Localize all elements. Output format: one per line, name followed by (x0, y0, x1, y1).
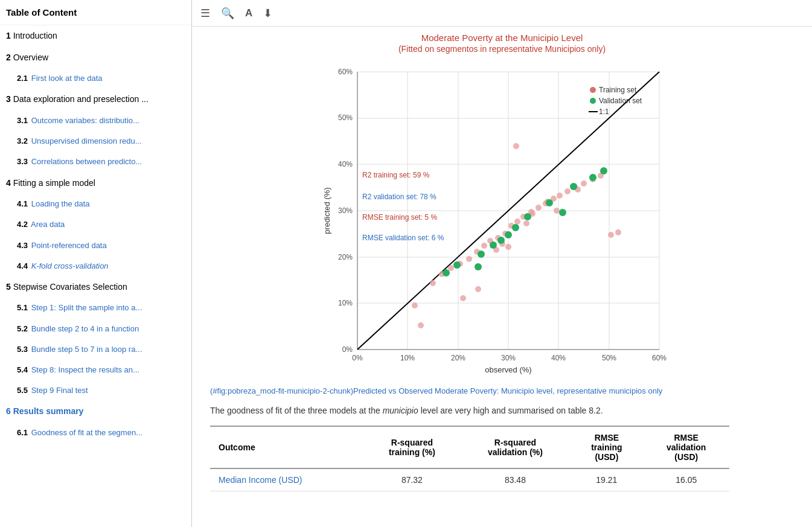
svg-point-72 (554, 208, 560, 214)
col-header-r2-training: R-squaredtraining (%) (363, 426, 460, 468)
svg-point-47 (466, 256, 472, 262)
chart-container: Moderate Poverty at the Municipio Level … (309, 33, 695, 382)
toc-item-3.2[interactable]: 3.2 Unsupervised dimension redu... (0, 131, 191, 152)
svg-point-88 (524, 213, 531, 220)
svg-text:60%: 60% (651, 354, 666, 362)
svg-point-68 (505, 244, 511, 250)
menu-icon[interactable]: ☰ (200, 7, 210, 20)
toc-item-4.3[interactable]: 4.3 Point-referenced data (0, 235, 191, 256)
svg-point-37 (590, 87, 596, 93)
svg-text:0%: 0% (352, 354, 363, 362)
svg-point-85 (497, 237, 505, 244)
svg-point-94 (475, 263, 482, 270)
svg-text:R2 training set: 59 %: R2 training set: 59 % (362, 171, 430, 179)
svg-text:40%: 40% (551, 354, 565, 362)
toc-item-4.4[interactable]: 4.4 K-fold cross-validation (0, 256, 191, 276)
svg-text:0%: 0% (342, 345, 353, 354)
svg-point-82 (453, 261, 461, 269)
toc-item-3[interactable]: 3 Data exploration and preselection ... (0, 89, 191, 110)
svg-point-75 (615, 229, 621, 235)
toc-item-3.3[interactable]: 3.3 Correlations between predicto... (0, 152, 191, 172)
svg-point-86 (505, 231, 512, 238)
toc-item-5.4[interactable]: 5.4 Step 8: Inspect the results an... (0, 360, 191, 380)
toc-item-5[interactable]: 5 Stepwise Covariates Selection (0, 276, 191, 298)
svg-point-74 (608, 232, 614, 238)
chart-svg: 0% 10% 20% 30% 40% 50% 60% 0% 10% 20% 30… (321, 60, 683, 380)
svg-point-49 (481, 243, 487, 249)
table-cell: Median Income (USD) (210, 468, 363, 491)
col-header-r2-validation: R-squaredvalidation (%) (461, 426, 571, 468)
font-icon[interactable]: A (245, 7, 252, 19)
sidebar: Table of Content 1 Introduction2 Overvie… (0, 0, 192, 527)
chart-title: Moderate Poverty at the Municipio Level (309, 33, 695, 43)
table-cell: 16.05 (643, 468, 729, 491)
svg-point-60 (557, 193, 563, 199)
svg-text:R2 validation set: 78 %: R2 validation set: 78 % (362, 193, 436, 201)
svg-text:60%: 60% (337, 68, 352, 76)
toc-item-4.1[interactable]: 4.1 Loading the data (0, 194, 191, 214)
svg-text:30%: 30% (500, 354, 515, 362)
svg-text:20%: 20% (450, 354, 465, 362)
svg-point-45 (448, 265, 454, 271)
svg-text:observed (%): observed (%) (485, 365, 531, 374)
svg-point-57 (535, 205, 542, 211)
table-row: Median Income (USD)87.3283.4819.2116.05 (210, 468, 729, 491)
toolbar: ☰ 🔍 A ⬇ (192, 0, 812, 27)
svg-text:Validation set: Validation set (599, 97, 642, 105)
table-cell: 87.32 (363, 468, 460, 491)
svg-text:Training set: Training set (599, 86, 637, 94)
svg-text:predicted (%): predicted (%) (322, 187, 331, 234)
toc-item-6[interactable]: 6 Results summary (0, 401, 191, 423)
col-header-rmse-training: RMSEtraining(USD) (570, 426, 643, 468)
svg-text:50%: 50% (337, 113, 352, 122)
svg-text:1:1: 1:1 (599, 107, 609, 116)
svg-point-67 (412, 302, 418, 308)
toc-item-1[interactable]: 1 Introduction (0, 25, 191, 47)
chart-subtitle: (Fitted on segmentos in representative M… (309, 44, 695, 54)
toc-item-3.1[interactable]: 3.1 Outcome variabes: distributio... (0, 110, 191, 131)
svg-text:RMSE training set: 5 %: RMSE training set: 5 % (362, 213, 437, 222)
toc-item-5.1[interactable]: 5.1 Step 1: Split the sample into a... (0, 298, 191, 318)
sidebar-header: Table of Content (0, 0, 191, 25)
svg-point-43 (430, 280, 436, 286)
toc-item-5.3[interactable]: 5.3 Bundle step 5 to 7 in a loop ra... (0, 339, 191, 360)
toc-item-5.5[interactable]: 5.5 Step 9 Final test (0, 380, 191, 401)
chart-svg-wrapper: 0% 10% 20% 30% 40% 50% 60% 0% 10% 20% 30… (321, 60, 683, 382)
svg-text:40%: 40% (337, 160, 352, 168)
table-cell: 83.48 (461, 468, 571, 491)
data-table: Outcome R-squaredtraining (%) R-squaredv… (210, 426, 729, 491)
svg-point-39 (590, 98, 596, 104)
svg-point-81 (443, 269, 450, 276)
svg-text:10%: 10% (337, 299, 352, 307)
svg-point-79 (418, 322, 424, 328)
search-icon[interactable]: 🔍 (221, 7, 234, 20)
toc-item-4.2[interactable]: 4.2 Area data (0, 214, 191, 235)
svg-point-89 (546, 199, 553, 206)
svg-point-91 (570, 183, 577, 190)
svg-point-87 (512, 224, 519, 231)
download-icon[interactable]: ⬇ (263, 7, 272, 20)
main-content: ☰ 🔍 A ⬇ ‹ Moderate Poverty at the Munici… (192, 0, 812, 527)
svg-text:50%: 50% (601, 354, 616, 362)
toc-item-6.1[interactable]: 6.1 Goodness of fit at the segmen... (0, 423, 191, 443)
svg-point-92 (589, 174, 596, 181)
svg-point-54 (514, 219, 520, 225)
svg-point-78 (460, 295, 466, 301)
svg-text:20%: 20% (337, 253, 352, 261)
svg-point-61 (564, 188, 571, 194)
chart-caption: (#fig:pobreza_mod-fit-municipio-2-chunk)… (210, 386, 693, 395)
svg-text:30%: 30% (337, 206, 352, 215)
table-cell: 19.21 (570, 468, 643, 491)
svg-point-77 (475, 286, 481, 292)
toc-item-4[interactable]: 4 Fitting a simple model (0, 173, 191, 194)
description-text: The goodness of fit of the three models … (210, 404, 729, 417)
toc-item-2[interactable]: 2 Overview (0, 47, 191, 69)
col-header-rmse-validation: RMSEvalidation(USD) (643, 426, 729, 468)
content-area: ‹ Moderate Poverty at the Municipio Leve… (192, 27, 812, 527)
toc-item-2.1[interactable]: 2.1 First look at the data (0, 68, 191, 89)
svg-point-93 (600, 167, 607, 174)
svg-point-90 (559, 209, 566, 216)
toc-item-5.2[interactable]: 5.2 Bundle step 2 to 4 in a function (0, 319, 191, 339)
toc-list: 1 Introduction2 Overview2.1 First look a… (0, 25, 191, 443)
svg-point-83 (478, 251, 485, 258)
